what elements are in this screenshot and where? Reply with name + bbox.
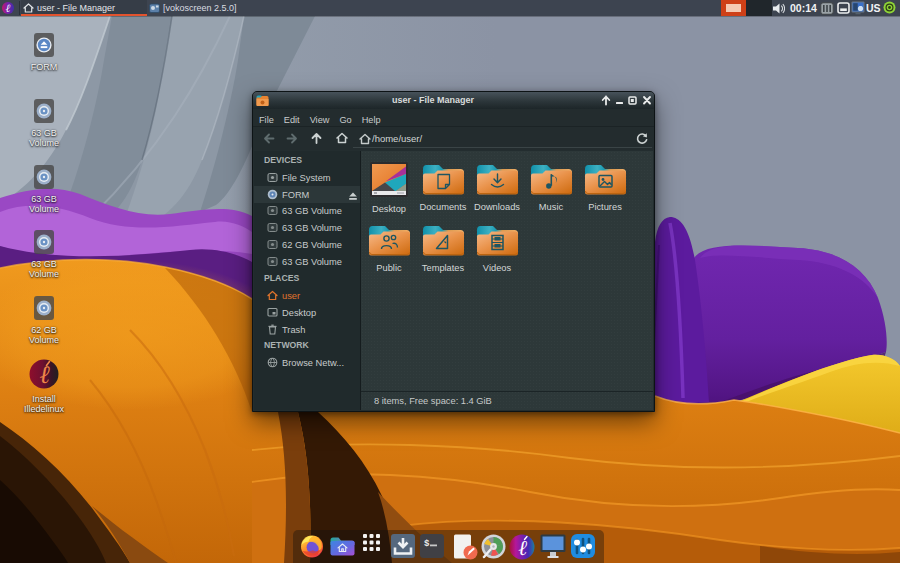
svg-text:ℓ: ℓ: [39, 361, 50, 388]
svg-text:$: $: [424, 539, 430, 549]
svg-text:ℓ: ℓ: [6, 2, 11, 14]
svg-text:ℓ: ℓ: [518, 536, 527, 560]
